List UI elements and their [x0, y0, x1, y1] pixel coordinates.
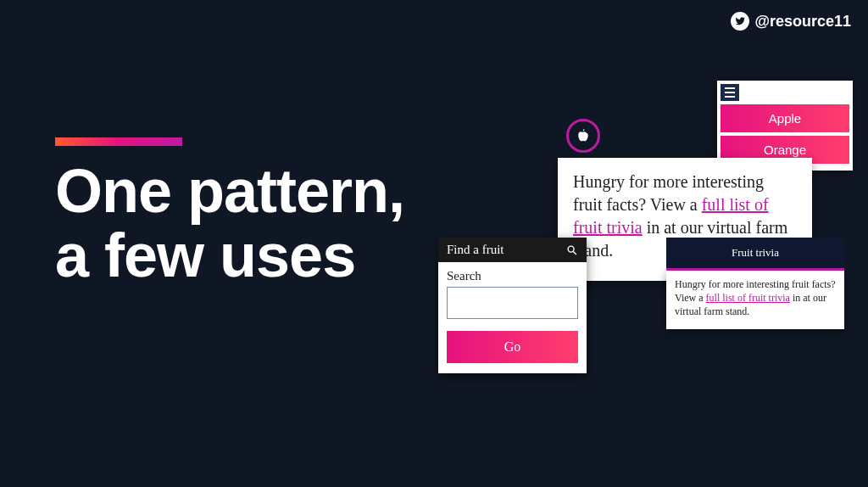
svg-point-0 [568, 246, 574, 252]
search-widget: Find a fruit Search Go [438, 238, 587, 373]
accent-bar [55, 137, 182, 146]
search-header: Find a fruit [438, 238, 587, 262]
search-label: Search [447, 269, 578, 283]
twitter-handle: @resource11 [731, 12, 851, 31]
search-input[interactable] [447, 287, 578, 319]
title-line-2: a few uses [55, 221, 355, 289]
trivia-mini-bar[interactable]: Fruit trivia [666, 238, 844, 271]
search-body: Search Go [438, 262, 587, 373]
trivia-mini-body: Hungry for more interesting fruit facts?… [666, 271, 844, 329]
twitter-handle-text: @resource11 [754, 13, 851, 31]
menu-item-apple[interactable]: Apple [721, 104, 849, 132]
hamburger-icon[interactable] [721, 84, 739, 101]
apple-icon [566, 119, 600, 153]
search-header-label: Find a fruit [447, 243, 504, 257]
search-icon [566, 244, 578, 256]
go-button[interactable]: Go [447, 331, 578, 363]
title-line-1: One pattern, [55, 157, 404, 225]
trivia-mini-link[interactable]: full list of fruit trivia [706, 292, 790, 304]
trivia-mini: Fruit trivia Hungry for more interesting… [666, 238, 844, 329]
slide-title: One pattern, a few uses [55, 160, 404, 288]
twitter-icon [731, 12, 749, 31]
svg-line-1 [573, 251, 576, 255]
